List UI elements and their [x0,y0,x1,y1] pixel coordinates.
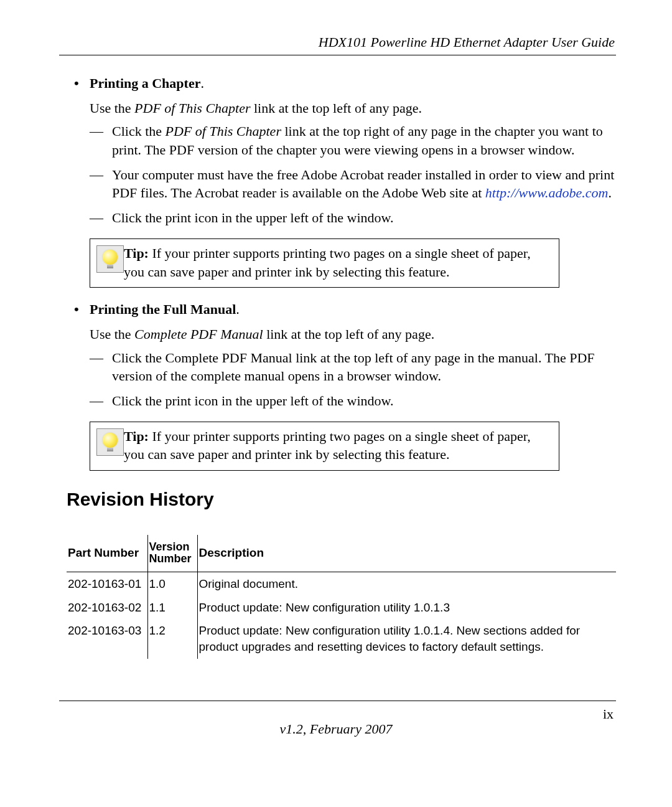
tip-body: If your printer supports printing two pa… [124,245,531,280]
footer-rule [59,701,616,701]
punct: . [200,75,204,91]
text: Click the print icon in the upper left o… [112,392,616,410]
cell-version: 1.0 [147,572,197,596]
bullet-item-printing-chapter: • Printing a Chapter. [74,74,616,93]
lightbulb-icon [96,245,124,273]
text-italic: Complete PDF Manual [134,326,263,342]
cell-part: 202-10163-01 [67,572,147,596]
tip-box-1: Tip: If your printer supports printing t… [90,238,559,288]
table-row: 202-10163-02 1.1 Product update: New con… [67,596,616,620]
th-version-number: Version Number [147,535,197,572]
tip-text: Tip: If your printer supports printing t… [124,427,553,464]
text-italic: PDF of This Chapter [134,100,250,116]
text: Click the print icon in the upper left o… [112,209,616,227]
intro-line-chapter: Use the PDF of This Chapter link at the … [90,99,616,118]
intro-line-full-manual: Use the Complete PDF Manual link at the … [90,325,616,344]
tip-body: If your printer supports printing two pa… [124,428,531,463]
page-footer: v1.2, February 2007 [0,721,672,737]
text: Use the [90,100,134,116]
adobe-link[interactable]: http://www.adobe.com [485,185,609,201]
tip-box-2: Tip: If your printer supports printing t… [90,422,559,471]
cell-part: 202-10163-02 [67,596,147,620]
th-part-number: Part Number [67,535,147,572]
tip-label: Tip: [124,245,149,261]
dash-item: — Your computer must have the free Adobe… [90,166,616,202]
lightbulb-icon [96,428,124,456]
punct: . [236,301,240,317]
dash-item: — Click the print icon in the upper left… [90,209,616,227]
dash-marker: — [90,166,112,202]
text: Number [149,552,192,565]
page-number: ix [603,706,614,722]
th-description: Description [197,535,616,572]
dash-marker: — [90,122,112,159]
revision-history-table: Part Number Version Number Description 2… [67,535,616,659]
cell-desc: Product update: New configuration utilit… [197,596,616,620]
dash-item: — Click the print icon in the upper left… [90,392,616,410]
table-row: 202-10163-01 1.0 Original document. [67,572,616,596]
table-header-row: Part Number Version Number Description [67,535,616,572]
cell-version: 1.1 [147,596,197,620]
dash-marker: — [90,392,112,410]
dash-marker: — [90,209,112,227]
cell-desc: Original document. [197,572,616,596]
page-content: • Printing a Chapter. Use the PDF of Thi… [59,55,616,659]
cell-part: 202-10163-03 [67,619,147,658]
text: Version [149,540,190,553]
bullet-marker: • [74,74,90,93]
tip-text: Tip: If your printer supports printing t… [124,244,553,281]
dash-item: — Click the Complete PDF Manual link at … [90,349,616,385]
bullet-title: Printing the Full Manual [90,301,236,317]
bullet-marker: • [74,300,90,319]
bullet-item-printing-full-manual: • Printing the Full Manual. [74,300,616,319]
dash-item: — Click the PDF of This Chapter link at … [90,122,616,159]
dash-marker: — [90,349,112,385]
text: link at the top left of any page. [251,100,422,116]
text: link at the top left of any page. [263,326,435,342]
bullet-title: Printing a Chapter [90,75,200,91]
text: Click the [112,123,166,139]
cell-desc: Product update: New configuration utilit… [197,619,616,658]
text-italic: PDF of This Chapter [166,123,281,139]
revision-history-heading: Revision History [67,487,616,512]
text: . [608,185,612,201]
table-row: 202-10163-03 1.2 Product update: New con… [67,619,616,658]
running-head: HDX101 Powerline HD Ethernet Adapter Use… [59,34,616,55]
page-container: HDX101 Powerline HD Ethernet Adapter Use… [0,0,672,807]
tip-label: Tip: [124,428,149,444]
cell-version: 1.2 [147,619,197,658]
text: Use the [90,326,134,342]
text: Click the Complete PDF Manual link at th… [112,349,616,385]
